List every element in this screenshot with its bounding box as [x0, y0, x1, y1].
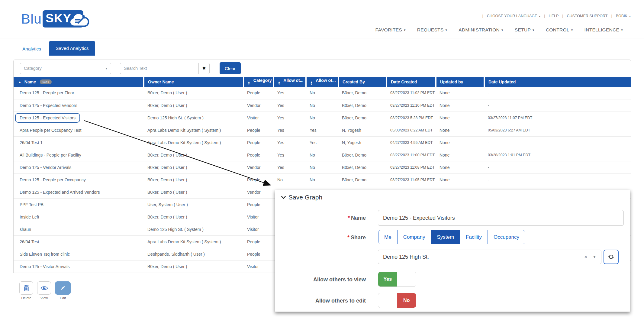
cell-name: Demo 125 - Vendor Arrivals — [14, 161, 144, 173]
cell-allow-others-edit: No — [306, 87, 338, 99]
clear-button[interactable]: Clear — [220, 62, 241, 74]
share-option-button[interactable]: System — [431, 230, 460, 244]
tab[interactable]: Saved Analytics — [49, 41, 95, 56]
cell-category: People — [243, 124, 274, 136]
col-date-created: Date Created — [387, 77, 436, 87]
cell-updated-by: None — [436, 112, 484, 124]
col-category[interactable]: ▲▼ Category — [243, 77, 274, 87]
caret-down-icon: ▾ — [621, 28, 623, 32]
table-row[interactable]: Demo 125 - People per Occupancy B0xer, D… — [14, 173, 631, 186]
category-select[interactable]: Category ▾ — [20, 63, 111, 74]
filter-row: Category ▾ ✖ Clear — [14, 60, 631, 77]
utility-nav-item[interactable]: CUSTOMER SUPPORT ▾ — [559, 14, 607, 18]
allow-edit-toggle[interactable]: No — [378, 293, 416, 308]
col-owner-name: Owner Name — [144, 77, 243, 87]
blusky-logo[interactable]: Blu SKY — [21, 10, 83, 28]
share-options: MeCompanySystemFacilityOccupancy — [378, 230, 525, 244]
clear-selection-icon[interactable]: × — [584, 254, 588, 260]
allow-edit-label: Allow others to edit — [275, 298, 366, 304]
cell-updated-by: None — [436, 161, 484, 173]
utility-nav-item[interactable]: BOBIK ▾ — [608, 14, 631, 18]
clear-search-text-button[interactable]: ✖ — [198, 63, 210, 74]
table-row[interactable]: Demo 125 - Vendor Arrivals B0xer, Demo (… — [14, 161, 631, 173]
col-created-by: Created By — [338, 77, 387, 87]
row-actions: Delete View — [19, 281, 71, 300]
cell-owner-name: B0xer, Demo ( User ) — [144, 260, 243, 273]
cell-category: Vendor — [243, 99, 274, 112]
cell-updated-by: None — [436, 124, 484, 136]
cell-name: Demo 125 - Visitor Arrivals — [14, 260, 144, 273]
main-nav-item[interactable]: INTELLIGENCE ▾ — [584, 27, 623, 33]
table-row[interactable]: 26/04 Test 1 Apra Labs Demo Kit System (… — [14, 136, 631, 149]
cell-updated-by: None — [436, 87, 484, 99]
cell-category: People — [243, 248, 274, 260]
caret-down-icon: ▾ — [105, 66, 107, 70]
tab-bar: Analytics Saved Analytics — [18, 41, 95, 56]
cell-name: PPF Test PB — [14, 198, 144, 211]
cell-date-created: 03/27/2023 11:02 PM EDT — [387, 87, 436, 99]
cell-updated-by: None — [436, 136, 484, 149]
refresh-button[interactable] — [604, 250, 619, 264]
main-nav-item[interactable]: CONTROL ▾ — [546, 27, 573, 33]
cell-allow-others-view: Yes — [274, 112, 306, 124]
table-row[interactable]: Demo 125 - People per Floor B0xer, Demo … — [14, 87, 631, 99]
share-option-button[interactable]: Occupancy — [488, 230, 525, 244]
share-option-button[interactable]: Facility — [460, 230, 488, 244]
cell-allow-others-edit: No — [306, 149, 338, 161]
utility-nav-item[interactable]: HELP ▾ — [540, 14, 559, 18]
col-allow-others-edit[interactable]: ▲▼ Allow ot... — [306, 77, 338, 87]
cell-allow-others-view: No — [274, 173, 306, 186]
graph-name-input[interactable] — [378, 210, 624, 226]
table-row[interactable]: Apra People per Occupancy Test Apra Labs… — [14, 124, 631, 136]
cell-updated-by: None — [436, 99, 484, 112]
system-scope-select[interactable]: Demo 125 High St. × ▼ — [378, 250, 601, 264]
cell-date-updated: - — [484, 136, 631, 149]
cell-date-updated: 05/03/2023 6:27 AM EDT — [484, 124, 631, 136]
cell-allow-others-view: Yes — [274, 124, 306, 136]
col-allow-others-view[interactable]: ▲▼ Allow ot... — [274, 77, 306, 87]
main-nav-item[interactable]: SETUP ▾ — [515, 27, 534, 33]
share-option-button[interactable]: Company — [397, 230, 431, 244]
cell-category: Visitor — [243, 112, 274, 124]
search-input[interactable] — [120, 63, 198, 74]
utility-nav-item[interactable]: CHOOSE YOUR LANGUAGE ▾ — [479, 14, 541, 18]
cell-name: Demo 125 - People per Floor — [14, 87, 144, 99]
trash-icon — [23, 284, 30, 292]
cell-date-created: 04/27/2023 4:55 AM EDT — [387, 136, 436, 149]
main-nav: FAVORITES ▾ REQUESTS ▾ ADMINISTRATION ▾ … — [375, 27, 623, 33]
cell-allow-others-edit: Yes — [306, 136, 338, 149]
popup-title[interactable]: Save Graph — [282, 194, 322, 201]
caret-down-icon: ▾ — [629, 15, 631, 18]
col-date-updated: Date Updated — [484, 77, 631, 87]
main-nav-item[interactable]: ADMINISTRATION ▾ — [459, 27, 503, 33]
cell-name: 26/04 Test — [14, 235, 144, 248]
view-action[interactable]: View — [37, 281, 51, 300]
cell-category: People — [243, 198, 274, 211]
cell-date-updated: - — [484, 173, 631, 186]
table-row[interactable]: Demo 125 - Expected Vendors B0xer, Demo … — [14, 99, 631, 112]
table-row[interactable]: Demo 125 - Expected Visitors Demo 125 Hi… — [14, 112, 631, 124]
tab[interactable]: Analytics — [18, 42, 46, 56]
cell-owner-name: B0xer, Demo ( User ) — [144, 87, 243, 99]
share-option-button[interactable]: Me — [378, 230, 397, 244]
cell-owner-name: B0xer, Demo ( User ) — [144, 173, 243, 186]
main-nav-item[interactable]: FAVORITES ▾ — [375, 27, 405, 33]
allow-view-toggle[interactable]: Yes — [378, 272, 416, 287]
category-placeholder: Category — [24, 66, 42, 71]
cell-created-by: B0xer, Demo — [338, 161, 387, 173]
cell-updated-by: None — [436, 173, 484, 186]
cell-date-created: 05/03/2023 6:22 AM EDT — [387, 124, 436, 136]
edit-action[interactable]: Edit — [55, 281, 71, 300]
main-nav-item[interactable]: REQUESTS ▾ — [417, 27, 447, 33]
table-row[interactable]: All Buildings - People per Facility B0xe… — [14, 149, 631, 161]
delete-action[interactable]: Delete — [19, 281, 33, 300]
pencil-icon — [60, 285, 66, 291]
cell-created-by: N, Yogesh — [338, 124, 387, 136]
cell-owner-name: Demo 125 High St. ( System ) — [144, 223, 243, 235]
cell-date-updated: 03/27/2023 11:07 PM EDT — [484, 112, 631, 124]
col-name[interactable]: ▲ Name 0/21 — [14, 77, 144, 87]
cell-allow-others-view: Yes — [274, 161, 306, 173]
required-asterisk: * — [347, 235, 349, 241]
app-header: Blu SKY CHOOSE YOUR LANGUAGE ▾ HELP ▾ — [0, 0, 644, 38]
cell-owner-name: Deshpande, Siddharth ( User ) — [144, 248, 243, 260]
